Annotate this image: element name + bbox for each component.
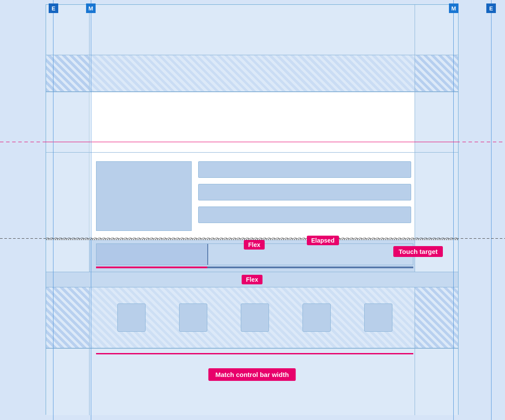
icon-block-3[interactable] <box>241 303 269 332</box>
row-content-right <box>415 153 458 239</box>
bottom-left-panel <box>46 349 90 415</box>
icon-block-2[interactable] <box>179 303 207 332</box>
content-bar-3 <box>198 207 411 223</box>
icon-block-1[interactable] <box>117 303 146 332</box>
row-progress: Elapsed Flex Remaining Touch target <box>46 240 458 272</box>
full-dark-hline <box>0 238 505 239</box>
icon-block-4[interactable] <box>302 303 331 332</box>
elapsed-label: Elapsed <box>307 236 339 245</box>
row-hatched <box>46 55 458 92</box>
progress-track-filled <box>96 267 207 268</box>
row-icons <box>46 287 458 348</box>
row-content-left <box>46 153 90 239</box>
touch-target-label: Touch target <box>393 246 443 257</box>
vline-left-M <box>91 0 91 420</box>
row-content <box>46 153 458 240</box>
row-white <box>46 92 458 153</box>
row-bottom: Match control bar width <box>46 348 458 415</box>
marker-top-left-E: E <box>49 3 58 13</box>
content-bar-1 <box>198 161 411 178</box>
hatched-left-panel <box>46 55 90 91</box>
icons-right-panel <box>415 287 458 348</box>
content-items <box>198 161 411 223</box>
row-flex2: Flex <box>46 272 458 287</box>
side-col-right <box>458 0 505 420</box>
bottom-pink-line <box>96 353 413 354</box>
vline-right-M <box>453 0 454 420</box>
elapsed-section <box>96 244 207 265</box>
icon-block-5[interactable] <box>364 303 392 332</box>
flex1-label-container: Flex <box>244 241 265 249</box>
icons-left-panel <box>46 287 90 348</box>
bottom-right-panel <box>415 349 458 415</box>
row-top <box>46 5 458 55</box>
vline-left-E <box>53 0 53 420</box>
vline-right-E <box>491 0 492 420</box>
progress-thumb <box>207 244 208 265</box>
blue-card-left <box>96 161 192 231</box>
side-col-left <box>0 0 46 420</box>
progress-track-remaining <box>207 267 414 268</box>
remaining-section <box>207 244 413 265</box>
row-icons-inner <box>96 287 413 348</box>
marker-top-right-M: M <box>449 3 458 13</box>
match-control-label: Match control bar width <box>208 368 296 381</box>
main-box: Elapsed Flex Remaining Touch target Flex <box>46 4 458 415</box>
full-pink-hline <box>0 142 505 142</box>
outer-container: Elapsed Flex Remaining Touch target Flex <box>0 0 505 420</box>
row-white-left <box>46 92 90 152</box>
marker-top-left-M: M <box>86 3 96 13</box>
progress-track <box>96 267 413 268</box>
hatched-right-panel <box>415 55 458 91</box>
content-bar-2 <box>198 184 411 200</box>
flex2-label: Flex <box>242 275 262 284</box>
row-progress-left <box>46 240 90 272</box>
marker-top-right-E: E <box>486 3 496 13</box>
row-white-right <box>415 92 458 152</box>
flex1-label: Flex <box>244 240 265 250</box>
